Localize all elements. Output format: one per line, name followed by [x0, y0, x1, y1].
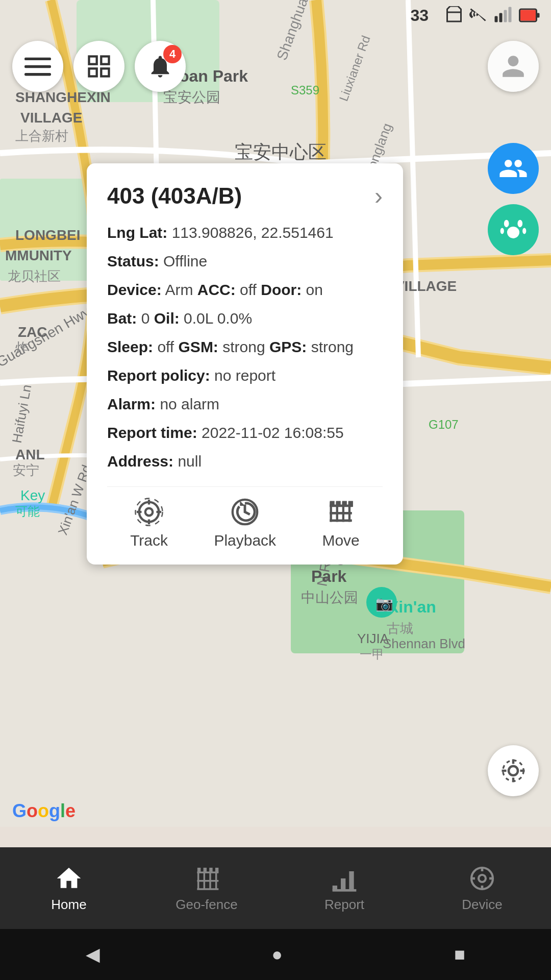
wifi-off-icon — [469, 6, 488, 24]
notification-button[interactable]: 4 — [135, 41, 186, 92]
svg-point-113 — [479, 875, 486, 882]
info-card-header: 403 (403A/B) › — [107, 182, 383, 210]
svg-rect-59 — [101, 57, 109, 64]
svg-text:宝安中心区: 宝安中心区 — [235, 141, 327, 162]
report-time-label: Report time: — [107, 424, 197, 441]
svg-text:一甲: 一甲 — [360, 647, 384, 661]
google-e: e — [65, 800, 76, 822]
move-button[interactable]: Move — [322, 497, 359, 549]
svg-text:LONGBEI: LONGBEI — [15, 227, 81, 243]
svg-text:炸: 炸 — [15, 340, 29, 355]
address-row: Address: null — [107, 451, 383, 472]
fit-bounds-button[interactable] — [73, 41, 124, 92]
status-time: 33 — [410, 6, 429, 25]
svg-text:安宁: 安宁 — [13, 462, 39, 478]
profile-button[interactable] — [488, 41, 539, 92]
gps-value: strong — [311, 338, 354, 355]
gps-label: GPS: — [269, 338, 307, 355]
card-actions: Track Playback — [107, 486, 383, 549]
back-button[interactable]: ◀ — [86, 944, 100, 965]
report-time-row: Report time: 2022-11-02 16:08:55 — [107, 422, 383, 444]
nav-label-report: Report — [324, 897, 364, 913]
nav-item-device[interactable]: Device — [413, 864, 551, 913]
nav-label-device: Device — [462, 897, 502, 913]
paw-button[interactable] — [488, 204, 539, 255]
gsm-label: GSM: — [179, 338, 218, 355]
report-policy-row: Report policy: no report — [107, 365, 383, 386]
nav-label-home: Home — [51, 897, 86, 913]
info-card: 403 (403A/B) › Lng Lat: 113.908826, 22.5… — [87, 163, 403, 565]
people-button[interactable] — [488, 143, 539, 194]
svg-text:Key: Key — [20, 487, 45, 503]
lng-lat-label: Lng Lat: — [107, 224, 167, 241]
nav-item-geofence[interactable]: Geo-fence — [138, 864, 276, 913]
gsm-value: strong — [222, 338, 265, 355]
svg-text:MMUNITY: MMUNITY — [5, 248, 72, 263]
menu-button[interactable] — [12, 41, 63, 92]
my-location-icon — [499, 757, 527, 785]
svg-text:ANL: ANL — [15, 447, 45, 462]
oil-value: 0.0L 0.0% — [184, 310, 252, 327]
svg-text:中山公园: 中山公园 — [301, 590, 358, 605]
google-g: G — [12, 800, 27, 822]
google-o1: o — [27, 800, 38, 822]
svg-point-63 — [517, 220, 522, 228]
alarm-value: no alarm — [160, 396, 219, 412]
status-row: Status: Offline — [107, 251, 383, 272]
svg-text:G107: G107 — [429, 418, 459, 431]
door-label: Door: — [261, 281, 302, 298]
svg-text:龙贝社区: 龙贝社区 — [8, 268, 61, 284]
svg-rect-56 — [24, 65, 51, 68]
alarm-label: Alarm: — [107, 396, 156, 412]
door-value: on — [306, 281, 323, 298]
recent-button[interactable]: ■ — [454, 944, 465, 965]
address-value: null — [178, 453, 202, 470]
svg-rect-109 — [341, 878, 345, 890]
report-policy-label: Report policy: — [107, 367, 210, 384]
lng-lat-value: 113.908826, 22.551461 — [172, 224, 334, 241]
fence-icon — [326, 497, 356, 527]
svg-rect-54 — [520, 10, 536, 21]
home-button[interactable]: ● — [271, 944, 283, 965]
signal-icon — [494, 6, 512, 24]
location-button[interactable] — [488, 745, 539, 796]
svg-rect-61 — [101, 68, 109, 76]
google-logo: G o o g l e — [12, 800, 76, 822]
replay-icon — [230, 497, 260, 527]
svg-rect-53 — [537, 13, 540, 18]
track-button[interactable]: Track — [130, 497, 168, 549]
nav-item-report[interactable]: Report — [276, 864, 413, 913]
playback-button[interactable]: Playback — [214, 497, 276, 549]
track-label: Track — [130, 532, 168, 549]
nav-item-home[interactable]: Home — [0, 864, 138, 913]
google-o2: o — [38, 800, 49, 822]
lng-lat-row: Lng Lat: 113.908826, 22.551461 — [107, 222, 383, 243]
svg-rect-60 — [89, 68, 97, 76]
move-label: Move — [322, 532, 359, 549]
svg-point-65 — [522, 228, 526, 234]
detail-button[interactable]: › — [374, 182, 383, 210]
sleep-label: Sleep: — [107, 338, 153, 355]
nav-label-geofence: Geo-fence — [176, 897, 237, 913]
svg-point-66 — [139, 502, 159, 522]
svg-text:上合新村: 上合新村 — [15, 128, 68, 143]
svg-rect-55 — [24, 58, 51, 60]
svg-rect-110 — [349, 871, 354, 890]
svg-text:可能: 可能 — [15, 504, 40, 518]
report-icon — [330, 864, 359, 893]
svg-text:Shennan Blvd: Shennan Blvd — [383, 636, 465, 651]
notification-badge: 4 — [163, 45, 182, 63]
address-label: Address: — [107, 453, 173, 470]
svg-text:古城: 古城 — [387, 621, 413, 636]
report-time-value: 2022-11-02 16:08:55 — [202, 424, 344, 441]
status-value: Offline — [163, 253, 207, 270]
geofence-icon — [192, 864, 221, 893]
bat-oil-row: Bat: 0 Oil: 0.0L 0.0% — [107, 308, 383, 329]
sleep-value: off — [157, 338, 174, 355]
bat-value: 0 — [141, 310, 150, 327]
svg-rect-49 — [499, 13, 503, 22]
svg-rect-50 — [504, 10, 507, 22]
device-label: Device: — [107, 281, 162, 298]
svg-point-67 — [145, 508, 153, 516]
svg-point-64 — [500, 228, 504, 234]
